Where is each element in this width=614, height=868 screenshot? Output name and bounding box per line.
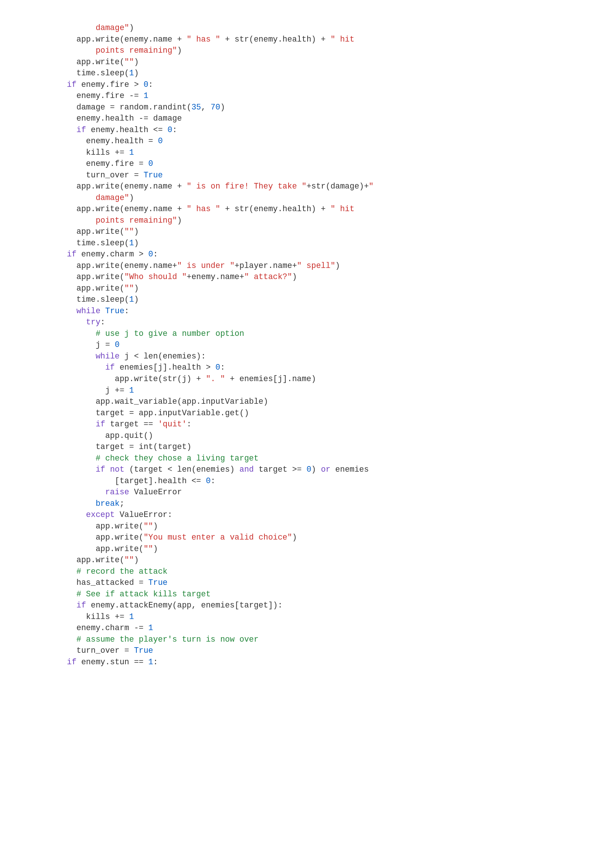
code-line: try: xyxy=(67,316,562,328)
code-line: turn_over = True xyxy=(67,645,562,656)
code-line: time.sleep(1) xyxy=(67,294,562,305)
code-line: kills += 1 xyxy=(67,611,562,623)
code-line: app.write(enemy.name + " has " + str(ene… xyxy=(67,34,562,45)
code-line: if not (target < len(enemies) and target… xyxy=(67,464,562,475)
code-line: app.wait_variable(app.inputVariable) xyxy=(67,396,562,408)
code-line: time.sleep(1) xyxy=(67,237,562,249)
code-line: except ValueError: xyxy=(67,509,562,521)
code-line: app.quit() xyxy=(67,430,562,442)
code-line: raise ValueError xyxy=(67,487,562,498)
code-line: if target == 'quit': xyxy=(67,418,562,430)
code-line: while j < len(enemies): xyxy=(67,351,562,362)
code-line: points remaining") xyxy=(67,45,562,56)
code-line: app.write(enemy.name+" is under "+player… xyxy=(67,260,562,272)
code-line: if enemy.fire > 0: xyxy=(67,79,562,91)
code-line: # use j to give a number option xyxy=(67,328,562,339)
code-line: if enemy.charm > 0: xyxy=(67,249,562,260)
code-line: app.write(enemy.name + " has " + str(ene… xyxy=(67,203,562,215)
code-line: time.sleep(1) xyxy=(67,68,562,79)
code-line: [target].health <= 0: xyxy=(67,475,562,487)
code-line: kills += 1 xyxy=(67,147,562,158)
code-line: damage") xyxy=(67,22,562,34)
code-line: app.write("Who should "+enemy.name+" att… xyxy=(67,271,562,283)
code-line: app.write("") xyxy=(67,555,562,566)
code-line: enemy.charm -= 1 xyxy=(67,622,562,634)
code-line: break; xyxy=(67,498,562,510)
code-line: while True: xyxy=(67,305,562,317)
code-line: j += 1 xyxy=(67,385,562,396)
code-block: damage") app.write(enemy.name + " has " … xyxy=(0,0,614,690)
code-line: app.write("") xyxy=(67,226,562,237)
code-line: if enemy.stun == 1: xyxy=(67,656,562,668)
code-line: if enemy.health <= 0: xyxy=(67,124,562,136)
code-line: app.write(str(j) + ". " + enemies[j].nam… xyxy=(67,374,562,385)
code-line: j = 0 xyxy=(67,339,562,351)
code-line: enemy.fire = 0 xyxy=(67,158,562,170)
code-line: # assume the player's turn is now over xyxy=(67,634,562,645)
code-line: # check they chose a living target xyxy=(67,453,562,464)
code-line: damage = random.randint(35, 70) xyxy=(67,102,562,113)
code-line: damage") xyxy=(67,192,562,204)
code-line: if enemy.attackEnemy(app, enemies[target… xyxy=(67,600,562,611)
code-line: # record the attack xyxy=(67,566,562,577)
code-line: app.write(enemy.name + " is on fire! The… xyxy=(67,181,562,192)
code-line: turn_over = True xyxy=(67,170,562,181)
code-line: if enemies[j].health > 0: xyxy=(67,362,562,374)
code-line: enemy.health -= damage xyxy=(67,113,562,124)
code-line: app.write("") xyxy=(67,521,562,532)
code-line: target = int(target) xyxy=(67,441,562,453)
code-line: app.write("") xyxy=(67,543,562,555)
code-line: points remaining") xyxy=(67,215,562,226)
code-line: target = app.inputVariable.get() xyxy=(67,408,562,419)
code-line: # See if attack kills target xyxy=(67,589,562,600)
code-line: has_attacked = True xyxy=(67,577,562,589)
code-line: app.write("") xyxy=(67,283,562,294)
code-line: enemy.fire -= 1 xyxy=(67,90,562,102)
code-line: app.write("You must enter a valid choice… xyxy=(67,532,562,543)
code-line: app.write("") xyxy=(67,56,562,68)
code-line: enemy.health = 0 xyxy=(67,135,562,147)
